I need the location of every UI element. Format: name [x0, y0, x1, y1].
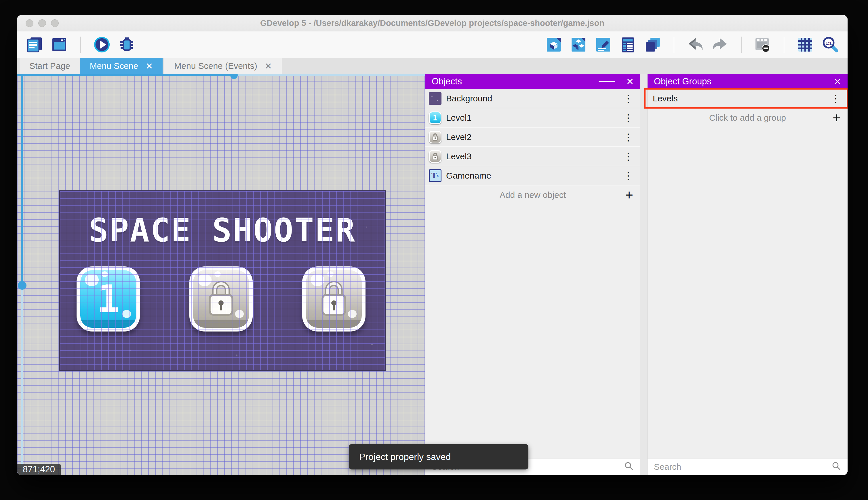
vertical-scrollbar-fill: [21, 74, 23, 285]
svg-text:1:1: 1:1: [826, 41, 832, 46]
scene-window-icon[interactable]: [50, 36, 68, 54]
tab-label: Menu Scene: [90, 61, 138, 71]
vertical-scrollbar-thumb[interactable]: [18, 281, 26, 290]
object-row-level3[interactable]: Level3 ⋮: [425, 147, 640, 166]
object-name: Background: [446, 94, 492, 103]
undo-icon[interactable]: [687, 36, 704, 54]
group-menu-icon[interactable]: ⋮: [831, 93, 847, 104]
game-title-text: SPACE SHOOTER: [60, 212, 385, 249]
search-icon: [624, 462, 634, 472]
search-icon: [831, 462, 841, 472]
panel-divider[interactable]: [640, 74, 647, 475]
play-icon[interactable]: [93, 36, 111, 54]
object-row-gamename[interactable]: Tx Gamename ⋮: [425, 166, 640, 185]
toolbar-divider: [674, 37, 674, 53]
object-name: Level1: [446, 113, 471, 123]
object-groups-panel-title: Object Groups: [654, 76, 712, 87]
window-controls: [26, 15, 59, 31]
toolbar-divider: [784, 37, 784, 53]
cursor-coordinates: 871;420: [17, 464, 61, 475]
grid-icon[interactable]: [796, 36, 814, 54]
toolbar-divider: [80, 37, 81, 53]
instances-list-icon[interactable]: [619, 36, 637, 54]
scene-editor-canvas[interactable]: SPACE SHOOTER 1: [17, 74, 425, 475]
locked-button-thumbnail: [429, 131, 442, 144]
menu-scene-preview: SPACE SHOOTER 1: [59, 190, 386, 371]
close-tab-icon[interactable]: ✕: [265, 61, 272, 71]
lock-icon: [193, 270, 249, 328]
add-new-object-button[interactable]: Add a new object +: [425, 185, 640, 204]
level3-locked-button-sprite: [302, 266, 365, 331]
level1-button-thumbnail: 1: [429, 112, 442, 124]
plus-icon: +: [833, 111, 841, 125]
horizontal-scrollbar-fill: [17, 74, 234, 76]
title-bar: GDevelop 5 - /Users/dkarakay/Documents/G…: [17, 15, 847, 31]
object-menu-icon[interactable]: ⋮: [623, 151, 640, 162]
zoom-window-button[interactable]: [51, 19, 59, 27]
lock-icon: [306, 270, 362, 328]
save-toast: Project properly saved: [349, 444, 528, 469]
tab-label: Menu Scene (Events): [174, 61, 257, 71]
object-groups-list: Levels ⋮ Click to add a group +: [647, 89, 847, 458]
objects-panel-header: Objects ✕: [425, 74, 640, 89]
objects-list: Background ⋮ 1 Level1 ⋮: [425, 89, 640, 458]
tab-label: Start Page: [30, 61, 70, 71]
window-title: GDevelop 5 - /Users/dkarakay/Documents/G…: [260, 19, 605, 28]
horizontal-scrollbar-thumb[interactable]: [230, 74, 238, 79]
layers-panel-icon[interactable]: [644, 36, 662, 54]
debug-icon[interactable]: [118, 36, 136, 54]
close-window-button[interactable]: [26, 19, 33, 27]
main-toolbar: 1:1: [17, 31, 847, 58]
level2-locked-button-sprite: [189, 266, 253, 331]
object-groups-panel: Object Groups ✕ Levels ⋮ Click to add a …: [647, 74, 847, 475]
background-thumbnail: [429, 92, 442, 105]
close-panel-icon[interactable]: ✕: [834, 76, 841, 87]
add-new-object-label: Add a new object: [500, 190, 566, 200]
tab-menu-scene[interactable]: Menu Scene ✕: [80, 58, 163, 74]
zoom-1-1-icon[interactable]: 1:1: [821, 36, 839, 54]
group-name: Levels: [647, 94, 678, 103]
object-menu-icon[interactable]: ⋮: [623, 170, 640, 181]
objects-panel: Objects ✕ Background ⋮ 1 Level1 ⋮: [425, 74, 640, 475]
toast-message: Project properly saved: [359, 452, 451, 462]
plus-icon: +: [625, 188, 633, 202]
object-menu-icon[interactable]: ⋮: [623, 131, 640, 143]
object-groups-panel-icon[interactable]: [570, 36, 587, 54]
group-row-levels[interactable]: Levels ⋮: [647, 89, 847, 108]
redo-icon[interactable]: [711, 36, 729, 54]
vertical-scrollbar[interactable]: [21, 74, 23, 475]
locked-button-thumbnail: [429, 150, 442, 163]
add-group-label: Click to add a group: [709, 113, 786, 123]
object-row-background[interactable]: Background ⋮: [425, 89, 640, 108]
object-row-level1[interactable]: 1 Level1 ⋮: [425, 108, 640, 128]
object-menu-icon[interactable]: ⋮: [623, 112, 640, 124]
minimize-window-button[interactable]: [38, 19, 46, 27]
close-tab-icon[interactable]: ✕: [145, 61, 153, 71]
object-groups-panel-header: Object Groups ✕: [647, 74, 847, 89]
toolbar-divider: [741, 37, 742, 53]
object-menu-icon[interactable]: ⋮: [623, 93, 640, 104]
horizontal-scrollbar[interactable]: [17, 74, 425, 76]
groups-search-bar: [647, 458, 847, 475]
objects-panel-title: Objects: [432, 76, 462, 87]
add-group-button[interactable]: Click to add a group +: [647, 108, 847, 127]
groups-search-input[interactable]: [647, 462, 831, 472]
object-name: Level2: [446, 132, 471, 142]
render-options-icon[interactable]: [754, 36, 772, 54]
filter-icon[interactable]: [599, 79, 615, 83]
main-content: SPACE SHOOTER 1: [17, 74, 847, 475]
tab-menu-scene-events[interactable]: Menu Scene (Events) ✕: [164, 58, 282, 74]
tab-start-page[interactable]: Start Page: [20, 58, 80, 74]
toolbar-right-group: 1:1: [545, 36, 839, 54]
properties-panel-icon[interactable]: [594, 36, 612, 54]
level1-button-sprite: 1: [77, 266, 140, 331]
object-row-level2[interactable]: Level2 ⋮: [425, 128, 640, 147]
toolbar-left-group: [26, 36, 136, 54]
objects-panel-icon[interactable]: [545, 36, 563, 54]
level1-number: 1: [80, 270, 136, 328]
close-panel-icon[interactable]: ✕: [626, 76, 634, 87]
object-name: Level3: [446, 151, 471, 161]
gdevelop-window: GDevelop 5 - /Users/dkarakay/Documents/G…: [17, 15, 847, 475]
text-object-thumbnail: Tx: [429, 169, 442, 182]
project-manager-icon[interactable]: [26, 36, 44, 54]
